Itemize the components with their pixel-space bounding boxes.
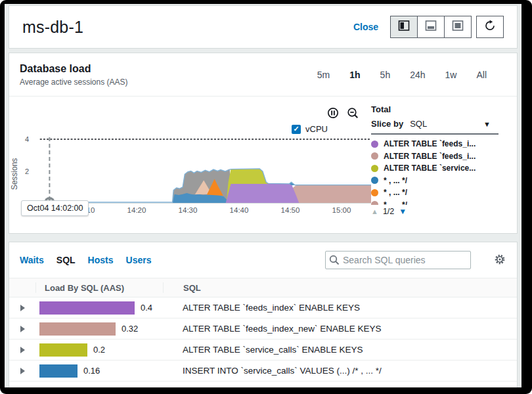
sql-text[interactable]: ALTER TABLE `feeds_index_new` ENABLE KEY… xyxy=(183,324,381,334)
sql-text[interactable]: INSERT INTO `service_calls` VALUES (...)… xyxy=(183,366,382,376)
search-input[interactable] xyxy=(325,251,471,269)
legend-page-down-icon[interactable]: ▼ xyxy=(399,207,407,216)
table-row: 0.16 INSERT INTO `service_calls` VALUES … xyxy=(9,361,517,382)
legend-page-up-icon[interactable]: ▲ xyxy=(371,208,378,215)
svg-text:2: 2 xyxy=(25,167,29,175)
legend-item[interactable]: ALTER TABLE `service... xyxy=(371,162,499,175)
tab-users[interactable]: Users xyxy=(126,255,152,265)
search-box xyxy=(325,251,471,269)
legend-total-label: Total xyxy=(371,104,499,114)
legend-dot xyxy=(371,152,378,160)
load-chart-plot: ✓ vCPU 14:1014:2014:3014:4014:5015:00420… xyxy=(9,97,371,233)
legend-list: ALTER TABLE `feeds_i... ALTER TABLE `fee… xyxy=(371,138,499,205)
svg-text:14:40: 14:40 xyxy=(230,206,249,214)
database-load-header: Database load Average active sessions (A… xyxy=(9,53,517,97)
time-range-1h[interactable]: 1h xyxy=(349,70,360,80)
svg-text:Sessions: Sessions xyxy=(10,158,19,190)
svg-text:14:50: 14:50 xyxy=(281,206,300,214)
panel-left-layout-icon xyxy=(398,20,410,34)
refresh-button[interactable] xyxy=(476,16,504,38)
search-icon xyxy=(329,255,340,268)
svg-text:14:20: 14:20 xyxy=(127,206,146,214)
dimension-tabs: Waits SQL Hosts Users xyxy=(9,242,517,278)
svg-text:14:30: 14:30 xyxy=(179,206,198,214)
table-row: 0.2 ALTER TABLE `service_calls` ENABLE K… xyxy=(9,339,517,361)
refresh-icon xyxy=(484,20,496,34)
slice-by-dropdown-caret-icon[interactable]: ▼ xyxy=(483,120,491,128)
legend-item[interactable]: * , ... */ xyxy=(371,175,499,187)
table-row: 0.32 ALTER TABLE `feeds_index_new` ENABL… xyxy=(9,318,517,339)
panel-full-layout-button[interactable] xyxy=(444,16,472,38)
svg-text:4: 4 xyxy=(25,135,29,143)
expander-column-header xyxy=(9,282,35,293)
load-bar xyxy=(39,301,135,315)
tab-sql[interactable]: SQL xyxy=(56,255,76,265)
close-button[interactable]: Close xyxy=(353,22,378,32)
svg-text:15:00: 15:00 xyxy=(332,206,351,214)
sql-text[interactable]: ALTER TABLE `service_calls` ENABLE KEYS xyxy=(183,345,363,355)
database-load-card: Database load Average active sessions (A… xyxy=(9,53,518,234)
legend-item[interactable]: * , ... */ xyxy=(371,199,499,206)
settings-button[interactable] xyxy=(493,253,506,268)
legend-item[interactable]: ALTER TABLE `feeds_i... xyxy=(371,138,499,150)
legend-dot xyxy=(371,141,378,148)
load-value: 0.2 xyxy=(93,345,105,355)
layout-button-group xyxy=(390,16,472,38)
header-bar: ms-db-1 Close xyxy=(9,5,518,49)
legend-dot xyxy=(371,165,378,172)
table-header-row: Load By SQL (AAS) SQL xyxy=(9,278,517,297)
panel-left-layout-button[interactable] xyxy=(390,16,418,38)
load-bar xyxy=(39,364,78,378)
table-row: 0.4 ALTER TABLE `feeds_index` ENABLE KEY… xyxy=(9,297,517,318)
chart-legend: Total Slice by SQL ▼ ALTER TABLE `feeds_… xyxy=(371,97,508,233)
load-bar xyxy=(39,343,87,357)
legend-dot xyxy=(371,189,378,196)
sql-text[interactable]: ALTER TABLE `feeds_index` ENABLE KEYS xyxy=(183,303,360,313)
panel-bottom-layout-icon xyxy=(425,20,437,34)
load-value: 0.32 xyxy=(122,324,138,334)
time-range-1w[interactable]: 1w xyxy=(445,70,457,80)
database-load-subtitle: Average active sessions (AAS) xyxy=(20,77,128,87)
time-range-selector: 5m 1h 5h 24h 1w All xyxy=(317,70,487,80)
slice-by-label: Slice by xyxy=(371,119,403,129)
tab-waits[interactable]: Waits xyxy=(20,255,44,265)
performance-insights-page: ms-db-1 Close xyxy=(5,4,521,387)
slice-by-value[interactable]: SQL xyxy=(410,119,427,129)
panel-full-layout-icon xyxy=(452,20,464,34)
load-bar xyxy=(39,322,116,336)
time-range-5m[interactable]: 5m xyxy=(317,70,330,80)
row-expand-icon[interactable] xyxy=(20,326,25,332)
legend-item[interactable]: ALTER TABLE `feeds_i... xyxy=(371,150,499,163)
legend-dot xyxy=(371,201,378,205)
time-range-24h[interactable]: 24h xyxy=(410,70,425,80)
tab-hosts[interactable]: Hosts xyxy=(88,255,114,265)
legend-item[interactable]: * , ... */ xyxy=(371,186,499,199)
time-range-all[interactable]: All xyxy=(476,70,487,80)
gear-icon xyxy=(493,258,506,268)
row-expand-icon[interactable] xyxy=(20,368,25,374)
panel-bottom-layout-button[interactable] xyxy=(417,16,445,38)
database-load-title: Database load xyxy=(20,63,128,75)
legend-dot xyxy=(371,177,378,184)
load-value: 0.4 xyxy=(141,303,152,313)
dimensions-card: Waits SQL Hosts Users Load By SQL (AAS) … xyxy=(9,242,518,387)
page-title: ms-db-1 xyxy=(22,18,353,37)
slice-by-row: Slice by SQL ▼ xyxy=(371,119,499,135)
time-marker-tooltip: Oct04 14:02:00 xyxy=(21,200,89,216)
legend-page-label: 1/2 xyxy=(383,207,394,216)
time-range-5h[interactable]: 5h xyxy=(380,70,391,80)
column-header-sql[interactable]: SQL xyxy=(164,283,517,293)
row-expand-icon[interactable] xyxy=(20,347,25,353)
load-value: 0.16 xyxy=(83,366,100,376)
legend-pagination: ▲ 1/2 ▼ xyxy=(371,207,499,216)
column-header-load[interactable]: Load By SQL (AAS) xyxy=(36,282,164,293)
row-expand-icon[interactable] xyxy=(20,305,25,311)
load-chart-area: ✓ vCPU 14:1014:2014:3014:4014:5015:00420… xyxy=(9,97,517,233)
